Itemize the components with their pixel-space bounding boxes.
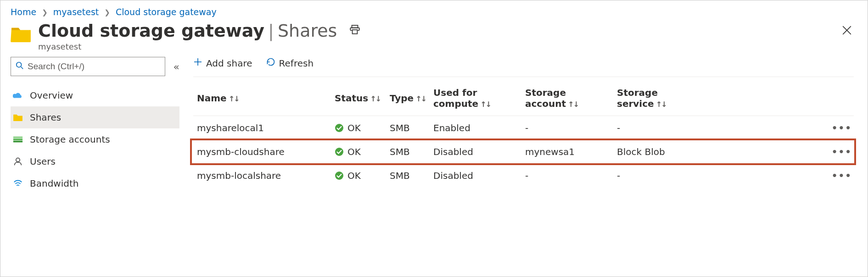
cell-name: mysmb-localshare — [193, 164, 331, 188]
col-service[interactable]: Storage service↑↓ — [613, 81, 705, 116]
cell-name: mysmb-cloudshare — [193, 140, 331, 164]
close-button[interactable] — [836, 21, 857, 41]
row-menu-button[interactable]: ••• — [832, 122, 852, 133]
cell-status: OK — [331, 140, 386, 164]
cell-status: OK — [331, 164, 386, 188]
cell-service: - — [613, 164, 705, 188]
row-menu-button[interactable]: ••• — [832, 170, 852, 181]
table-row[interactable]: mysharelocal1OKSMBEnabled--••• — [193, 116, 854, 140]
svg-rect-7 — [13, 138, 22, 140]
sidebar-item-shares[interactable]: Shares — [11, 106, 179, 128]
svg-point-9 — [16, 158, 20, 162]
sidebar-item-label: Overview — [30, 90, 73, 101]
sort-icon: ↑↓ — [229, 94, 239, 103]
sort-icon: ↑↓ — [656, 100, 666, 109]
refresh-icon — [266, 57, 275, 69]
breadcrumb-home[interactable]: Home — [11, 7, 36, 17]
sort-icon: ↑↓ — [568, 100, 578, 109]
sort-icon: ↑↓ — [480, 100, 491, 109]
storage-icon — [12, 134, 23, 145]
cell-account: mynewsa1 — [521, 140, 613, 164]
search-input[interactable] — [28, 61, 160, 72]
refresh-button[interactable]: Refresh — [266, 57, 314, 69]
sidebar-item-storage-accounts[interactable]: Storage accounts — [11, 128, 179, 150]
check-circle-icon — [335, 147, 344, 156]
sidebar-item-label: Storage accounts — [30, 134, 110, 145]
folder-icon — [12, 112, 23, 123]
col-name[interactable]: Name↑↓ — [193, 81, 331, 116]
col-status[interactable]: Status↑↓ — [331, 81, 386, 116]
cell-name: mysharelocal1 — [193, 116, 331, 140]
cloud-icon — [12, 90, 23, 101]
check-circle-icon — [335, 171, 344, 180]
check-circle-icon — [335, 123, 344, 133]
col-compute[interactable]: Used for compute↑↓ — [430, 81, 521, 116]
svg-rect-6 — [13, 137, 22, 138]
sidebar-item-label: Bandwidth — [30, 178, 78, 189]
row-menu-button[interactable]: ••• — [832, 146, 852, 157]
page-title: Cloud storage gateway — [38, 21, 264, 41]
bandwidth-icon — [12, 178, 23, 189]
chevron-right-icon: ❯ — [104, 8, 110, 17]
cell-service: Block Blob — [613, 140, 705, 164]
shares-table: Name↑↓ Status↑↓ Type↑↓ Used for compute↑… — [193, 81, 854, 188]
svg-rect-8 — [13, 141, 22, 143]
user-icon — [12, 156, 23, 167]
sidebar-nav: Overview Shares Storage accounts Users — [11, 84, 179, 194]
plus-icon — [193, 57, 202, 69]
chevron-right-icon: ❯ — [42, 8, 48, 17]
search-icon — [16, 61, 24, 72]
svg-line-5 — [21, 67, 23, 69]
title-separator: | — [268, 21, 274, 41]
svg-point-13 — [335, 148, 343, 156]
cell-compute: Enabled — [430, 116, 521, 140]
sidebar-item-label: Shares — [30, 112, 61, 123]
table-row[interactable]: mysmb-localshareOKSMBDisabled--••• — [193, 164, 854, 188]
col-type[interactable]: Type↑↓ — [386, 81, 430, 116]
cell-service: - — [613, 116, 705, 140]
sidebar-item-users[interactable]: Users — [11, 150, 179, 172]
refresh-label: Refresh — [279, 58, 314, 69]
add-share-button[interactable]: Add share — [193, 57, 252, 69]
breadcrumb-resource[interactable]: myasetest — [53, 7, 99, 17]
sort-icon: ↑↓ — [415, 94, 426, 103]
sidebar-item-label: Users — [30, 156, 56, 167]
breadcrumb: Home ❯ myasetest ❯ Cloud storage gateway — [0, 0, 868, 19]
svg-point-4 — [17, 62, 22, 67]
cell-type: SMB — [386, 140, 430, 164]
table-row[interactable]: mysmb-cloudshareOKSMBDisabledmynewsa1Blo… — [193, 140, 854, 164]
print-icon[interactable] — [349, 24, 361, 38]
breadcrumb-page[interactable]: Cloud storage gateway — [116, 7, 217, 17]
collapse-sidebar-button[interactable]: « — [174, 61, 179, 72]
svg-rect-1 — [353, 30, 358, 34]
cell-account: - — [521, 116, 613, 140]
cell-type: SMB — [386, 116, 430, 140]
col-account[interactable]: Storage account↑↓ — [521, 81, 613, 116]
page-subtitle: myasetest — [38, 42, 836, 51]
search-input-wrapper[interactable] — [11, 57, 165, 76]
sidebar-item-bandwidth[interactable]: Bandwidth — [11, 172, 179, 194]
sort-icon: ↑↓ — [370, 94, 381, 103]
cell-compute: Disabled — [430, 164, 521, 188]
svg-point-12 — [335, 124, 343, 132]
cell-compute: Disabled — [430, 140, 521, 164]
cell-account: - — [521, 164, 613, 188]
page-section: Shares — [278, 21, 337, 41]
sidebar-item-overview[interactable]: Overview — [11, 84, 179, 106]
toolbar: Add share Refresh — [193, 57, 854, 77]
add-share-label: Add share — [206, 58, 252, 69]
cell-status: OK — [331, 116, 386, 140]
svg-point-14 — [335, 172, 343, 180]
folder-icon — [11, 25, 32, 43]
cell-type: SMB — [386, 164, 430, 188]
